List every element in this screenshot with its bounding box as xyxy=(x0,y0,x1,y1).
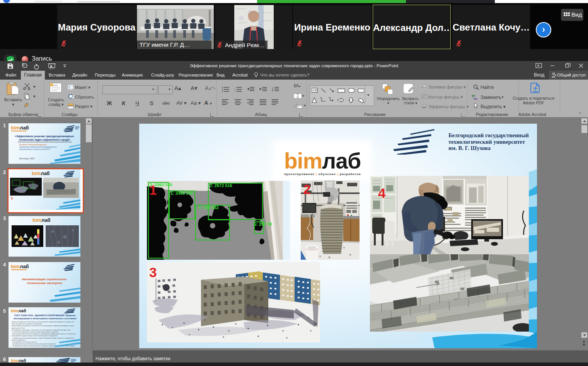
svg-text:2: 2 xyxy=(235,89,236,90)
svg-text:5: 287 99: 5: 287 99 xyxy=(254,222,272,226)
svg-text:4: 448 392: 4: 448 392 xyxy=(198,205,219,210)
svg-text:1: 3499 380: 1: 3499 380 xyxy=(170,191,193,196)
svg-text:1: 1 xyxy=(235,87,236,89)
svg-text:A: A xyxy=(312,89,314,92)
svg-text:2: 2672 516: 2: 2672 516 xyxy=(210,183,232,188)
svg-text:3: 3 xyxy=(235,90,236,92)
